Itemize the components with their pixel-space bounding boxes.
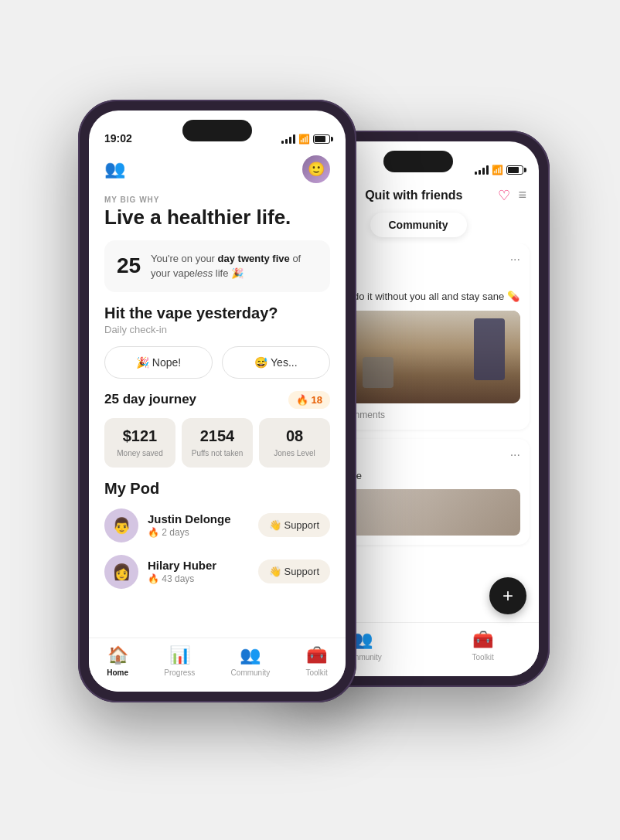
signal-icon [475, 165, 489, 175]
member2-avatar: 👩 [104, 555, 138, 589]
toolkit-front-nav-icon: 🧰 [306, 645, 327, 665]
nav-home[interactable]: 🏠 Home [107, 645, 128, 677]
progress-nav-icon: 📊 [169, 645, 190, 665]
streak-badge: 🔥 18 [288, 391, 330, 409]
home-nav-label: Home [107, 668, 128, 677]
checkin-sub: Daily check-in [104, 324, 330, 335]
front-phone-screen: 19:02 📶 👥 [89, 111, 346, 692]
member2-support-button[interactable]: 👋 Support [258, 559, 330, 583]
toolkit-nav-icon: 🧰 [472, 630, 493, 650]
pod-title: My Pod [104, 480, 330, 498]
journey-section: 25 day journey 🔥 18 $121 Money saved 215… [104, 391, 330, 468]
member1-support-button[interactable]: 👋 Support [258, 513, 330, 537]
member1-name: Justin Delonge [148, 512, 249, 525]
back-nav-toolkit-label: Toolkit [472, 653, 493, 661]
home-nav-icon: 🏠 [107, 645, 128, 665]
stat-jones-label: Jones Level [267, 448, 322, 458]
wifi-icon: 📶 [492, 165, 503, 175]
stat-money-label: Money saved [112, 448, 168, 458]
front-bottom-nav: 🏠 Home 📊 Progress 👥 Community 🧰 Toolkit [89, 638, 346, 692]
front-header-row: 👥 🙂 [104, 149, 330, 189]
back-status-icons: 📶 [475, 165, 523, 175]
front-battery-icon [313, 134, 330, 144]
fab-button[interactable]: + [489, 577, 526, 614]
front-phone: 19:02 📶 👥 [78, 100, 356, 702]
stat-money-value: $121 [112, 427, 168, 445]
nav-toolkit[interactable]: 🧰 Toolkit [305, 645, 327, 677]
member1-info: Justin Delonge 🔥 2 days [148, 512, 249, 538]
front-people-icon[interactable]: 👥 [104, 159, 125, 179]
community-nav-label: Community [231, 668, 271, 677]
checkin-section: Hit the vape yesterday? Daily check-in 🎉… [104, 304, 330, 379]
dynamic-island-back [383, 151, 453, 172]
nav-community[interactable]: 👥 Community [231, 645, 271, 677]
member2-name: Hilary Huber [148, 559, 249, 572]
stat-puffs-label: Puffs not taken [189, 448, 245, 458]
battery-icon [506, 165, 523, 175]
pod-member-2: 👩 Hilary Huber 🔥 43 days 👋 Support [104, 555, 330, 589]
front-status-time: 19:02 [104, 132, 132, 145]
pod-member-1: 👨 Justin Delonge 🔥 2 days 👋 Support [104, 508, 330, 542]
front-signal-icon [281, 134, 295, 144]
community-front-nav-icon: 👥 [240, 645, 261, 665]
member2-info: Hilary Huber 🔥 43 days [148, 559, 249, 584]
heart-icon[interactable]: ♡ [498, 187, 510, 204]
stat-money-card: $121 Money saved [104, 418, 175, 468]
checkin-buttons: 🎉 Nope! 😅 Yes... [104, 346, 330, 379]
stat-jones-value: 08 [267, 427, 322, 445]
day-text: You're on your day twenty five of your v… [151, 251, 318, 281]
yes-button[interactable]: 😅 Yes... [222, 346, 330, 379]
pod-section: My Pod 👨 Justin Delonge 🔥 2 days 👋 Suppo… [104, 480, 330, 589]
nav-progress[interactable]: 📊 Progress [164, 645, 195, 677]
community-tab[interactable]: Community [370, 213, 467, 237]
back-nav-toolkit[interactable]: 🧰 Toolkit [472, 630, 493, 661]
user-avatar[interactable]: 🙂 [302, 155, 330, 183]
front-wifi-icon: 📶 [298, 134, 310, 145]
checkin-title: Hit the vape yesterday? [104, 304, 330, 322]
stat-puffs-value: 2154 [189, 427, 245, 445]
member1-days: 🔥 2 days [148, 527, 249, 538]
streak-count: 18 [312, 394, 322, 406]
post2-menu-icon[interactable]: ··· [510, 448, 520, 462]
stat-puffs-card: 2154 Puffs not taken [182, 418, 253, 468]
front-content: 👥 🙂 MY BIG WHY Live a healthier life. 25… [89, 149, 346, 638]
fire-icon: 🔥 [296, 394, 308, 406]
dynamic-island-front [182, 120, 252, 141]
big-why-title: Live a healthier life. [104, 206, 330, 230]
toolkit-nav-label: Toolkit [305, 668, 327, 677]
member1-avatar: 👨 [104, 508, 138, 542]
progress-nav-label: Progress [164, 668, 195, 677]
journey-title: 25 day journey [104, 392, 196, 407]
post1-menu-icon[interactable]: ··· [510, 253, 520, 267]
journey-header: 25 day journey 🔥 18 [104, 391, 330, 409]
nope-button[interactable]: 🎉 Nope! [104, 346, 213, 379]
phones-container: 19:02 📶 👥 Quit with fri [39, 53, 581, 787]
stat-jones-card: 08 Jones Level [259, 418, 330, 468]
front-status-icons: 📶 [281, 134, 330, 145]
stats-grid: $121 Money saved 2154 Puffs not taken 08… [104, 418, 330, 468]
day-number: 25 [117, 253, 140, 278]
filter-icon[interactable]: ≡ [518, 187, 526, 203]
big-why-label: MY BIG WHY [104, 196, 330, 204]
day-card: 25 You're on your day twenty five of you… [104, 240, 330, 292]
member2-days: 🔥 43 days [148, 573, 249, 584]
